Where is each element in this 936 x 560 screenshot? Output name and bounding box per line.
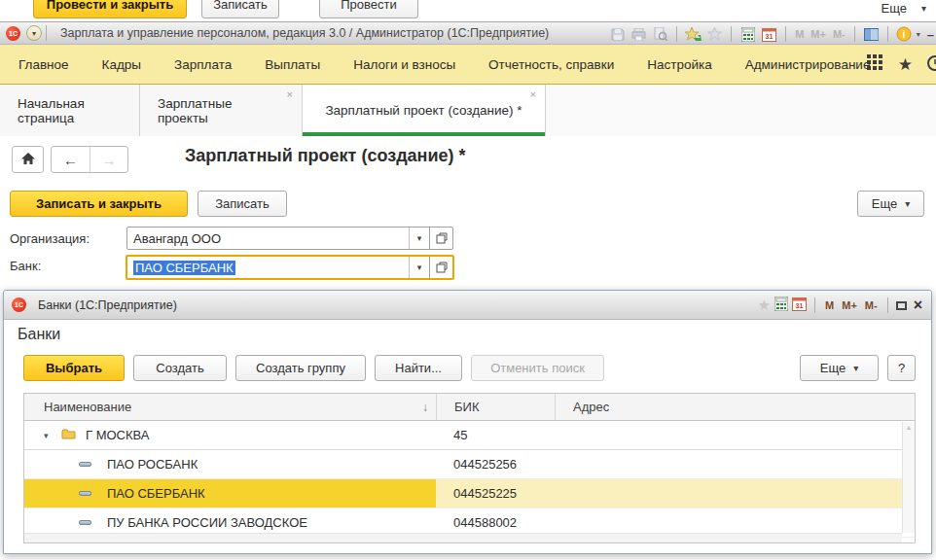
horizontal-scrollbar[interactable] [24, 533, 902, 542]
chevron-down-icon[interactable]: ▾ [409, 257, 429, 278]
minimize-icon[interactable]: – [927, 27, 934, 42]
close-icon[interactable]: × [911, 297, 925, 314]
chevron-down-icon: ▾ [905, 199, 910, 209]
expand-icon[interactable]: ▾ [44, 431, 54, 440]
column-header-name[interactable]: Наименование ↓ [24, 394, 436, 420]
bank-value[interactable]: ПАО СБЕРБАНК [127, 257, 409, 278]
post-and-close-button[interactable]: Провести и закрыть [33, 0, 187, 18]
favorites-icon[interactable]: ★ [758, 297, 771, 314]
more-button[interactable]: Еще ▾ [857, 191, 924, 217]
favorites-star-icon[interactable]: ★ [898, 54, 913, 75]
menu-item-reports[interactable]: Отчетность, справки [472, 45, 630, 84]
post-button[interactable]: Провести [319, 0, 418, 18]
bank-field[interactable]: ПАО СБЕРБАНК ▾ [126, 255, 454, 280]
menu-item-personnel[interactable]: Кадры [86, 45, 158, 84]
select-button[interactable]: Выбрать [23, 355, 125, 381]
menu-item-main[interactable]: Главное [2, 45, 86, 84]
divider [887, 298, 888, 313]
home-button[interactable] [12, 146, 44, 173]
back-button[interactable]: ← [52, 147, 90, 172]
tab-start-page[interactable]: Начальная страница [0, 85, 140, 136]
divider [46, 25, 47, 41]
menu-item-settings[interactable]: Настройка [630, 45, 728, 84]
help-button[interactable]: ? [887, 355, 916, 381]
info-icon[interactable]: i [895, 25, 914, 43]
print-icon[interactable] [630, 25, 648, 43]
section-menubar: Главное Кадры Зарплата Выплаты Налоги и … [0, 45, 936, 85]
calendar-icon[interactable]: 31 [760, 25, 778, 43]
calendar-icon[interactable]: 31 [792, 297, 807, 314]
menu-item-taxes[interactable]: Налоги и взносы [337, 45, 472, 84]
close-icon[interactable]: × [530, 89, 536, 100]
bank-name: ПАО РОСБАНК [107, 457, 198, 472]
1c-logo-icon: 1С [6, 26, 20, 41]
menu-item-administration[interactable]: Администрирование [729, 45, 887, 84]
chevron-down-icon: ▾ [32, 29, 36, 38]
create-button[interactable]: Создать [133, 355, 227, 381]
more-button[interactable]: Еще ▾ [800, 355, 879, 381]
chevron-down-icon: ▾ [853, 364, 858, 373]
close-icon[interactable]: × [287, 89, 293, 100]
save-button[interactable]: Записать [198, 191, 287, 217]
menu-item-payments[interactable]: Выплаты [248, 45, 337, 84]
bik-value: 45 [436, 421, 555, 449]
table-row-sberbank-selected[interactable]: ПАО СБЕРБАНК 044525225 [24, 479, 915, 508]
chevron-down-icon[interactable]: ▾ [917, 30, 920, 39]
bank-row: Банк: ПАО СБЕРБАНК ▾ [0, 254, 936, 279]
open-item-icon[interactable] [429, 228, 452, 249]
all-functions-grid-icon[interactable] [867, 54, 884, 75]
memory-m-button[interactable]: M [793, 28, 806, 40]
find-button[interactable]: Найти... [375, 355, 462, 381]
table-row-rosbank[interactable]: ПАО РОСБАНК 044525256 [24, 450, 915, 479]
column-header-address[interactable]: Адрес [555, 394, 915, 420]
column-header-bik[interactable]: БИК [436, 394, 555, 420]
cancel-search-button[interactable]: Отменить поиск [471, 355, 604, 381]
table-header: Наименование ↓ БИК Адрес [24, 394, 915, 421]
background-document-toolbar: Провести и закрыть Записать Провести Еще… [0, 0, 936, 21]
bank-item-icon [79, 462, 91, 467]
memory-m-plus-button[interactable]: M+ [809, 28, 828, 40]
memory-m-minus-button[interactable]: M- [831, 28, 847, 40]
dialog-body: Банки Выбрать Создать Создать группу Най… [4, 320, 931, 553]
organization-value[interactable]: Авангард ООО [127, 228, 409, 249]
calculator-icon[interactable] [774, 297, 788, 314]
organization-field[interactable]: Авангард ООО ▾ [126, 227, 453, 250]
service-menu-button[interactable]: ▾ [26, 25, 42, 41]
selected-text: ПАО СБЕРБАНК [133, 261, 235, 275]
favorites-icon[interactable] [705, 25, 724, 43]
table-row-group-moscow[interactable]: ▾ Г МОСКВА 45 [24, 421, 915, 450]
menu-item-salary[interactable]: Зарплата [158, 45, 248, 84]
split-view-icon[interactable] [862, 25, 881, 43]
chevron-down-icon[interactable]: ▾ [409, 228, 429, 249]
forward-button[interactable]: → [90, 147, 127, 172]
organization-label: Организация: [10, 231, 90, 246]
history-icon[interactable] [926, 54, 936, 75]
maximize-icon[interactable] [896, 301, 907, 310]
group-name: Г МОСКВА [86, 428, 149, 442]
bank-item-icon [79, 520, 91, 525]
memory-m-plus-button[interactable]: M+ [840, 299, 859, 311]
bank-name: ПУ БАНКА РОССИИ ЗАВОДСКОЕ [107, 515, 307, 530]
save-button[interactable]: Записать [201, 0, 279, 18]
tab-strip-empty [546, 85, 936, 136]
open-item-icon[interactable] [429, 257, 452, 278]
app-screen: Провести и закрыть Записать Провести Еще… [0, 0, 936, 560]
svg-text:i: i [903, 29, 906, 40]
tab-salary-projects[interactable]: Зарплатные проекты × [140, 85, 303, 136]
dialog-titlebar[interactable]: 1С Банки (1С:Предприятие) ★ 31 M M+ M- × [4, 291, 931, 320]
chevron-down-icon: ▾ [921, 4, 926, 14]
tab-salary-project-new[interactable]: Зарплатный проект (создание) * × [303, 85, 546, 136]
save-and-close-button[interactable]: Записать и закрыть [10, 191, 188, 217]
vertical-scrollbar[interactable]: ▲ [902, 422, 915, 533]
save-icon[interactable] [608, 25, 627, 43]
create-group-button[interactable]: Создать группу [235, 355, 366, 381]
memory-m-minus-button[interactable]: M- [863, 299, 880, 311]
svg-text:31: 31 [796, 302, 804, 309]
calculator-icon[interactable] [738, 25, 757, 43]
memory-m-button[interactable]: M [823, 299, 836, 311]
more-button[interactable]: Еще ▾ [882, 1, 926, 16]
address-value [555, 421, 915, 449]
organization-row: Организация: Авангард ООО ▾ [0, 227, 936, 252]
add-to-favorites-icon[interactable] [684, 25, 702, 43]
print-preview-icon[interactable] [651, 25, 669, 43]
